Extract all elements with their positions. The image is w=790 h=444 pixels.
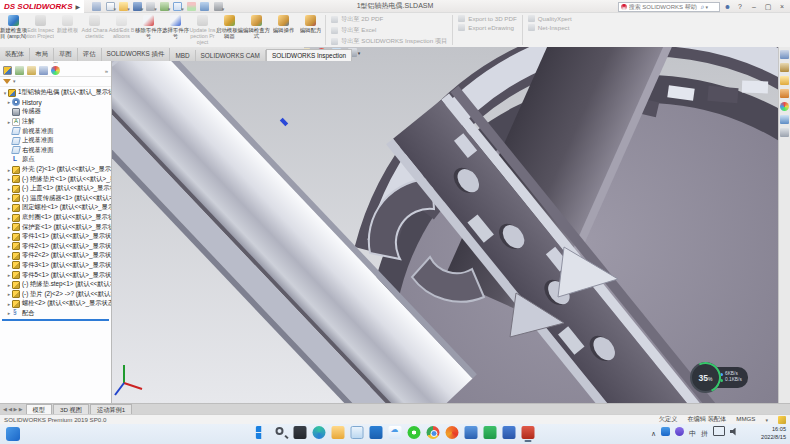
task-pane-icon-view-palette[interactable] [780,89,789,98]
dropdown-caret[interactable]: ▾ [222,6,225,12]
ribbon-menu-item[interactable]: QualityXpert [528,15,572,22]
ribbon-button-edit-recipe[interactable]: 编辑配方 [297,13,324,47]
view-tab-model[interactable]: 模型 [26,404,52,415]
taskbar-app-icon-start[interactable] [256,426,269,439]
configurationmanager-tab[interactable] [27,66,36,75]
taskbar-app-icon-edge[interactable] [313,426,326,439]
tree-root-item[interactable]: ▾ 1型铝轴热电偶 (默认<默认_显示状态-1 [0,88,111,98]
dimxpertmanager-tab[interactable] [39,66,48,75]
tree-item[interactable]: ▸ 右视基准面 [0,146,111,156]
displaymanager-tab[interactable] [51,66,60,75]
tray-icon-volume[interactable] [730,427,738,440]
tray-icon-ime-chinese[interactable]: 中 [689,427,696,440]
filter-funnel-icon[interactable] [3,79,11,84]
command-tab-sketch[interactable]: 草图 [54,48,78,61]
ribbon-button-remove-balloons[interactable]: 移除零件序号 [135,13,162,47]
ribbon-button-edit-inspection-method[interactable]: 编辑检查方式 [243,13,270,47]
sign-in-icon[interactable]: ☻ [724,3,731,10]
task-pane-icon-solidworks-resources[interactable] [780,50,789,59]
search-dropdown-caret[interactable]: ▾ [706,4,709,10]
ribbon-button-select-balloons[interactable]: 选择零件序号 [162,13,189,47]
taskbar-app-icon-solidworks[interactable] [522,426,535,439]
command-tab-assembly[interactable]: 装配体 [0,48,30,61]
tree-item[interactable]: ▸ (-) 绝缘垫片<1> (默认<<默认>_显示 [0,174,111,184]
featuremanager-tree-tab[interactable] [3,66,12,75]
propertymanager-tab[interactable] [15,66,24,75]
tree-item[interactable]: ▸ 零件5<1> (默认<<默认>_显示状态 [0,270,111,280]
tree-item[interactable]: ▸ 零件2<1> (默认<<默认>_显示状态 [0,242,111,252]
dropdown-caret[interactable]: ▾ [154,6,157,12]
ribbon-menu-item[interactable]: Net-Inspect [528,24,572,31]
performance-overlay-widget[interactable]: 6KB/s 0.1KB/s 35% [690,362,721,393]
dropdown-caret[interactable]: ▾ [168,6,171,12]
tree-item[interactable]: ▸ 注解 [0,117,111,127]
task-pane-icon-design-library[interactable] [780,63,789,72]
ribbon-button-add-characteristic[interactable]: Add Characteristic [81,13,108,47]
taskbar-app-icon-mail[interactable] [351,426,364,439]
search-input[interactable] [629,4,699,10]
units-dropdown-caret[interactable]: ▾ [765,417,768,423]
tray-icon-touch-keyboard[interactable] [713,426,725,440]
ribbon-button-new-template[interactable]: 新建模板 [54,13,81,47]
help-search-box[interactable]: ⌕ ▾ [618,2,720,12]
ribbon-menu-item[interactable]: Export to 3D PDF [458,15,517,22]
tree-item[interactable]: ▸ (-) 上盖<1> (默认<<默认>_显示状态 [0,184,111,194]
dropdown-caret[interactable]: ▾ [141,6,144,12]
tray-icon-ime-pinyin[interactable]: 拼 [701,427,708,440]
command-tab-solidworks-cam[interactable]: SOLIDWORKS CAM [196,50,266,61]
tree-item[interactable]: ▸ 配合 [0,309,111,319]
task-pane-icon-custom-properties[interactable] [780,115,789,124]
view-tab-3d-views[interactable]: 3D 视图 [53,404,89,415]
taskbar-app-icon-browser-colorful[interactable] [427,426,440,439]
tree-item[interactable]: ▸ 传感器 [0,107,111,117]
restore-button[interactable]: ▢ [763,3,773,11]
tree-item[interactable]: ▸ (-) 垫片 (2)<2> ->? (默认<<默认>_ [0,289,111,299]
minimize-button[interactable]: – [749,3,759,10]
taskbar-app-icon-microsoft-store[interactable] [370,426,383,439]
taskbar-app-icon-wps[interactable] [484,426,497,439]
taskbar-app-icon-app-green[interactable] [408,426,421,439]
task-pane-icon-appearances-scenes[interactable] [780,102,789,111]
tree-item[interactable]: ▸ 保护套<1> (默认<<默认>_显示状态 [0,222,111,232]
filter-dropdown-caret[interactable]: ▾ [13,78,16,84]
search-icon[interactable]: ⌕ [701,3,705,10]
dropdown-caret[interactable]: ▾ [181,6,184,12]
ribbon-button-edit-operation[interactable]: 编辑操作 [270,13,297,47]
tree-item[interactable]: ▸ History [0,98,111,108]
taskbar-app-icon-reader[interactable] [465,426,478,439]
taskbar-app-icon-app-orange[interactable] [446,426,459,439]
taskbar-app-icon-weather[interactable] [389,426,402,439]
tree-item[interactable]: ▸ 螺栓<2> (默认<<默认>_显示状态 [0,299,111,309]
tree-item[interactable]: ▸ 上视基准面 [0,136,111,146]
taskbar-app-icon-file-explorer[interactable] [332,426,345,439]
task-pane-icon-file-explorer[interactable] [780,76,789,85]
tray-icon-tray-expand[interactable]: ∧ [651,427,656,440]
tree-item[interactable]: ▸ (-) 温度传感器<1> (默认<<默认>_显 [0,194,111,204]
tree-item[interactable]: ▸ 零件1<1> (默认<<默认>_显示状态 [0,232,111,242]
view-tab-motion-study-1[interactable]: 运动算例1 [90,404,132,415]
tree-item[interactable]: ▸ 零件2<2> (默认<<默认>_显示状态 [0,251,111,261]
hud-dropdown-caret[interactable]: ▾ [358,50,361,56]
help-button[interactable]: ? [735,3,745,10]
dropdown-caret[interactable]: ▾ [114,6,117,12]
ribbon-button-update-inspection-project[interactable]: Update Inspection Project [189,13,216,47]
tree-item[interactable]: ▸ (-) 绝缘垫.step<1> (默认<<默认>_ [0,280,111,290]
taskbar-clock[interactable]: 16:05 2022/8/15 [761,426,786,442]
tree-item[interactable]: ▸ 前视基准面 [0,126,111,136]
ribbon-menu-item[interactable]: 导出至 Excel [331,26,447,35]
tray-icon-onedrive[interactable] [661,427,670,440]
ribbon-menu-item[interactable]: Export eDrawing [458,24,517,31]
dropdown-caret[interactable]: ▾ [127,6,130,12]
ribbon-button-launch-template-editor[interactable]: 启动模板编辑器 [216,13,243,47]
taskbar-app-icon-task-view[interactable] [294,426,307,439]
tree-item[interactable]: ▸ 零件3<1> (默认<<默认>_显示状态 [0,261,111,271]
tab-scroll-arrows[interactable]: ◀ ◀ ▶ ▶ [0,406,26,412]
close-button[interactable]: × [777,3,787,10]
ribbon-button-add-edit-balloons[interactable]: Add/Edit Balloons [108,13,135,47]
widgets-button[interactable] [6,427,20,441]
tray-icon-security-shield[interactable] [675,427,684,440]
menu-expand-arrow[interactable]: ▶ [75,3,80,10]
tree-item[interactable]: ▸ 底封圈<1> (默认<<默认>_显示状态 [0,213,111,223]
tree-item[interactable]: ▸ 外壳 (2)<1> (默认<<默认>_显示状态 [0,165,111,175]
solidworks-logo[interactable]: DS SOLIDWORKS ▶ [0,0,84,13]
